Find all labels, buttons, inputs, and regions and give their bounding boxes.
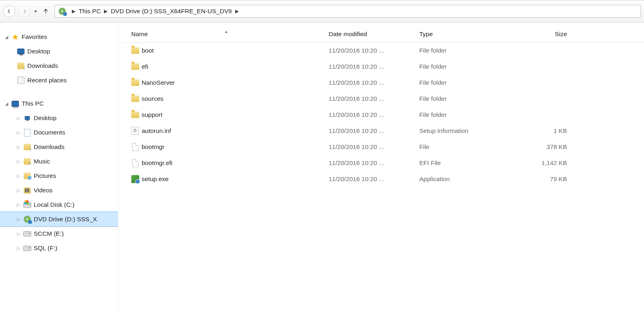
expand-triangle-icon[interactable]: ▷	[17, 116, 22, 121]
address-bar[interactable]: ▶ This PC ▶ DVD Drive (D:) SSS_X64FRE_EN…	[55, 5, 641, 18]
tree-downloads[interactable]: Downloads	[0, 59, 118, 73]
expand-triangle-icon[interactable]: ▷	[17, 188, 22, 193]
file-row[interactable]: sources11/20/2016 10:20 ...File folder	[124, 91, 644, 107]
file-list-pane: Name ▲ Date modified Type Size boot11/20…	[118, 22, 644, 312]
tree-label: Local Disk (C:)	[34, 201, 75, 208]
column-headers: Name ▲ Date modified Type Size	[124, 26, 644, 43]
tree-pc-documents[interactable]: ▷ Documents	[0, 125, 118, 140]
file-row[interactable]: support11/20/2016 10:20 ...File folder	[124, 107, 644, 123]
folder-icon	[131, 95, 139, 103]
monitor-icon	[17, 47, 25, 55]
file-row[interactable]: autorun.inf11/20/2016 10:20 ...Setup Inf…	[124, 123, 644, 139]
tree-pc-downloads[interactable]: ▷ Downloads	[0, 140, 118, 154]
navigation-tree: ◢ ★ Favorites Desktop Downloads Recent p…	[0, 22, 118, 312]
tree-pc-pictures[interactable]: ▷ Pictures	[0, 169, 118, 183]
chevron-right-icon: ▶	[235, 8, 239, 14]
column-header-date[interactable]: Date modified	[329, 31, 419, 38]
desktop-folder-icon	[23, 114, 31, 122]
expand-triangle-icon[interactable]: ▷	[17, 246, 22, 251]
tree-label: DVD Drive (D:) SSS_X	[34, 216, 97, 223]
tree-this-pc[interactable]: ◢ This PC	[0, 96, 118, 111]
column-header-type[interactable]: Type	[419, 31, 512, 38]
column-header-name[interactable]: Name ▲	[124, 31, 329, 38]
recent-places-icon	[17, 76, 25, 84]
column-label: Name	[131, 31, 148, 37]
tree-label: Recent places	[27, 77, 67, 84]
breadcrumb-segment[interactable]: This PC	[79, 8, 101, 15]
file-row[interactable]: bootmgr11/20/2016 10:20 ...File378 KB	[124, 139, 644, 155]
tree-label: Music	[34, 158, 50, 165]
tree-recent-places[interactable]: Recent places	[0, 73, 118, 88]
file-row[interactable]: setup.exe11/20/2016 10:20 ...Application…	[124, 171, 644, 187]
file-date: 11/20/2016 10:20 ...	[329, 159, 419, 167]
tree-pc-videos[interactable]: ▷ Videos	[0, 183, 118, 198]
tree-favorites[interactable]: ◢ ★ Favorites	[0, 30, 118, 44]
file-size: 378 KB	[512, 143, 576, 151]
tree-label: Desktop	[27, 48, 50, 55]
tree-pc-music[interactable]: ▷ Music	[0, 154, 118, 169]
expand-triangle-icon[interactable]: ▷	[17, 145, 22, 150]
file-name: boot	[142, 47, 154, 54]
arrow-left-icon	[6, 8, 12, 14]
file-date: 11/20/2016 10:20 ...	[329, 95, 419, 102]
back-button[interactable]	[3, 5, 15, 17]
drive-icon	[23, 230, 31, 238]
file-rows-container: boot11/20/2016 10:20 ...File folderefi11…	[124, 43, 644, 187]
tree-label: Favorites	[22, 33, 47, 41]
file-date: 11/20/2016 10:20 ...	[329, 47, 419, 54]
tree-label: SCCM (E:)	[34, 230, 64, 237]
collapse-triangle-icon[interactable]: ◢	[5, 101, 10, 106]
up-button[interactable]	[41, 6, 51, 16]
history-dropdown[interactable]: ▾	[35, 8, 37, 14]
pictures-folder-icon	[23, 172, 31, 180]
file-name: efi	[142, 63, 148, 70]
tree-desktop[interactable]: Desktop	[0, 44, 118, 59]
file-row[interactable]: boot11/20/2016 10:20 ...File folder	[124, 43, 644, 59]
column-label: Size	[555, 31, 567, 37]
file-date: 11/20/2016 10:20 ...	[329, 111, 419, 118]
file-type: File folder	[419, 111, 512, 118]
file-type: File folder	[419, 63, 512, 70]
computer-icon	[11, 100, 19, 108]
file-row[interactable]: bootmgr.efi11/20/2016 10:20 ...EFI File1…	[124, 155, 644, 171]
arrow-up-icon	[42, 8, 49, 15]
expand-triangle-icon[interactable]: ▷	[17, 130, 22, 135]
column-header-size[interactable]: Size	[512, 31, 576, 38]
music-folder-icon	[23, 157, 31, 165]
file-type: EFI File	[419, 159, 512, 167]
collapse-triangle-icon[interactable]: ◢	[5, 35, 10, 40]
file-name: support	[142, 111, 163, 118]
tree-label: Downloads	[34, 143, 65, 151]
local-disk-icon	[23, 201, 31, 209]
file-row[interactable]: efi11/20/2016 10:20 ...File folder	[124, 59, 644, 75]
tree-pc-desktop[interactable]: ▷ Desktop	[0, 111, 118, 125]
expand-triangle-icon[interactable]: ▷	[17, 202, 22, 208]
tree-pc-local-disk-c[interactable]: ▷ Local Disk (C:)	[0, 198, 118, 212]
file-icon	[131, 143, 139, 151]
file-name: bootmgr.efi	[142, 159, 173, 167]
file-row[interactable]: NanoServer11/20/2016 10:20 ...File folde…	[124, 75, 644, 91]
breadcrumb-segment[interactable]: DVD Drive (D:) SSS_X64FRE_EN-US_DV9	[111, 8, 232, 15]
tree-pc-sccm-e[interactable]: ▷ SCCM (E:)	[0, 226, 118, 241]
expand-triangle-icon[interactable]: ▷	[17, 173, 22, 179]
file-size: 79 KB	[512, 175, 576, 183]
videos-folder-icon	[23, 186, 31, 194]
tree-pc-dvd-drive-d[interactable]: ▷ DVD Drive (D:) SSS_X	[0, 212, 118, 226]
forward-button[interactable]	[18, 5, 30, 17]
documents-folder-icon	[23, 128, 31, 137]
expand-triangle-icon[interactable]: ▷	[17, 159, 22, 164]
downloads-folder-icon	[17, 62, 25, 70]
file-name: NanoServer	[142, 79, 175, 86]
tree-label: SQL (F:)	[34, 245, 57, 252]
expand-triangle-icon[interactable]: ▷	[17, 217, 22, 222]
tree-label: Downloads	[27, 62, 58, 69]
tree-pc-sql-f[interactable]: ▷ SQL (F:)	[0, 241, 118, 255]
file-name: autorun.inf	[142, 127, 171, 135]
file-name: setup.exe	[142, 175, 169, 183]
dvd-drive-icon	[23, 215, 31, 223]
file-type: Setup Information	[419, 127, 512, 135]
expand-triangle-icon[interactable]: ▷	[17, 231, 22, 237]
application-icon	[131, 175, 139, 183]
folder-icon	[131, 111, 139, 119]
file-type: File folder	[419, 79, 512, 86]
